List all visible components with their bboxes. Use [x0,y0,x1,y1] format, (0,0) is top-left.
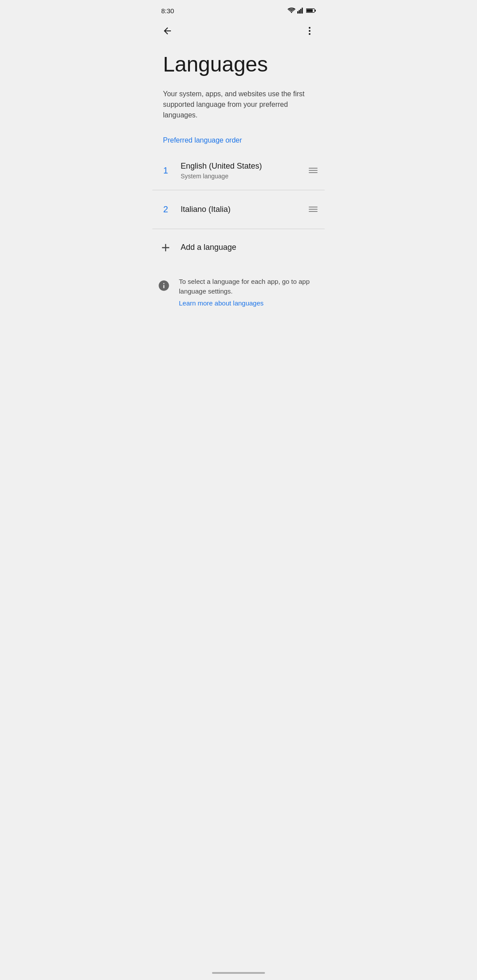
drag-line [309,207,318,207]
drag-handle-2[interactable] [305,203,321,215]
info-section: To select a language for each app, go to… [152,266,325,317]
back-button[interactable] [158,21,177,41]
language-number-2: 2 [156,204,175,215]
add-icon [159,241,172,254]
signal-icon [297,8,304,14]
wifi-icon [288,8,295,14]
svg-rect-0 [297,11,299,13]
svg-rect-3 [302,8,303,13]
language-name-1: English (United States) [181,162,300,171]
info-text-block: To select a language for each app, go to… [179,277,321,307]
drag-line [309,172,318,173]
svg-point-9 [309,33,310,35]
add-language-button[interactable]: Add a language [152,229,325,266]
more-options-icon [304,26,315,36]
svg-point-8 [309,30,310,32]
info-icon-container [156,278,172,294]
page-description: Your system, apps, and websites use the … [163,89,314,121]
add-icon-container [156,238,175,257]
svg-rect-1 [299,10,300,14]
toolbar [152,19,325,42]
drag-line [309,209,318,210]
drag-handle-1[interactable] [305,164,321,177]
language-number-1: 1 [156,166,175,176]
add-language-label: Add a language [181,243,236,252]
svg-point-7 [309,27,310,29]
battery-icon [306,8,316,13]
svg-rect-2 [300,9,302,14]
svg-rect-5 [307,9,313,12]
more-options-button[interactable] [300,21,319,41]
language-text-1: English (United States) System language [175,155,305,187]
status-icons [288,8,316,14]
page-title: Languages [163,53,314,76]
status-time: 8:30 [161,7,174,15]
drag-line [309,168,318,169]
info-icon [158,279,170,292]
preferred-language-order-link[interactable]: Preferred language order [163,136,314,144]
learn-more-link[interactable]: Learn more about languages [179,299,321,307]
language-name-2: Italiano (Italia) [181,205,300,214]
language-list: 1 English (United States) System languag… [152,151,325,317]
language-item-1[interactable]: 1 English (United States) System languag… [152,151,325,190]
language-item-2[interactable]: 2 Italiano (Italia) [152,190,325,229]
language-sublabel-1: System language [181,173,300,180]
back-icon [162,26,173,36]
drag-line [309,170,318,171]
page-content: Languages Your system, apps, and website… [152,42,325,144]
status-bar: 8:30 [152,0,325,19]
svg-rect-6 [315,10,316,11]
drag-line [309,211,318,212]
info-body-text: To select a language for each app, go to… [179,278,310,295]
language-text-2: Italiano (Italia) [175,198,305,221]
